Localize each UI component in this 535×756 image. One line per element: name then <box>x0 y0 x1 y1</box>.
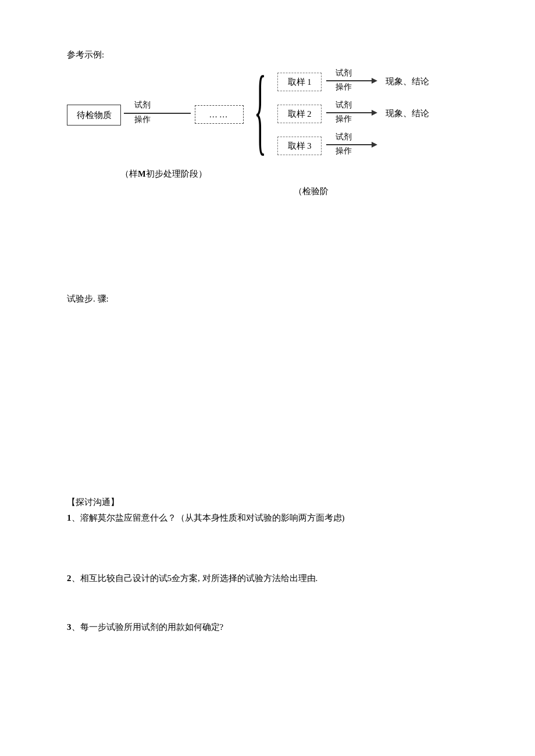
q1-number: 1 <box>67 513 72 522</box>
flowchart-diagram: 待检物质 试剂 操作 …… { 取样 1 试剂 操作 现象、结论 取样 2 试剂… <box>67 69 474 167</box>
q2-number: 2 <box>67 574 72 583</box>
arrow-line-1 <box>124 113 191 114</box>
pending-substance-box: 待检物质 <box>67 105 121 126</box>
brace-symbol: { <box>254 62 266 159</box>
sample-3-box: 取样 3 <box>277 137 322 155</box>
experiment-steps-label: 试验步. 骤: <box>67 293 109 304</box>
caption-left: （样M初步处理阶段） <box>120 169 207 180</box>
arrow-line-s3 <box>326 144 372 145</box>
question-1: 1、溶解莫尔盐应留意什么？（从其本身性质和对试验的影响两方面考虑) <box>67 511 468 524</box>
reagent-label-s3-bottom: 操作 <box>336 146 352 156</box>
q3-text: 、每一步试验所用试剂的用款如何确定? <box>72 622 224 632</box>
question-2: 2、相互比较自己设计的试5佥方案, 对所选择的试验方法给出理由. <box>67 572 468 585</box>
caption-left-text: （样M初步处理阶段） <box>120 169 207 178</box>
reagent-label-s1-top: 试剂 <box>336 69 352 78</box>
q2-text: 、相互比较自己设计的试5佥方案, 对所选择的试验方法给出理由. <box>72 574 318 583</box>
reagent-label-1-top: 试剂 <box>134 101 151 110</box>
sample-1-box: 取样 1 <box>277 73 322 91</box>
reagent-label-s2-bottom: 操作 <box>336 114 352 124</box>
q1-text: 、溶解莫尔盐应留意什么？（从其本身性质和对试验的影响两方面考虑) <box>72 513 345 522</box>
caption-right: （检验阶 <box>294 186 329 197</box>
result-text-2: 现象、结论 <box>386 108 429 119</box>
reagent-label-1-bottom: 操作 <box>134 115 151 124</box>
q3-number: 3 <box>67 622 72 632</box>
sample-2-box: 取样 2 <box>277 105 322 123</box>
discussion-section: 【探讨沟通】 1、溶解莫尔盐应留意什么？（从其本身性质和对试验的影响两方面考虑)… <box>67 497 468 636</box>
arrow-head-s1 <box>372 78 377 84</box>
reagent-label-s2-top: 试剂 <box>336 101 352 110</box>
arrow-line-s1 <box>326 80 372 81</box>
arrow-head-s2 <box>372 110 377 116</box>
reagent-label-s1-bottom: 操作 <box>336 83 352 92</box>
result-text-1: 现象、结论 <box>386 76 429 87</box>
reference-example-label: 参考示例: <box>67 49 468 60</box>
question-3: 3、每一步试验所用试剂的用款如何确定? <box>67 621 468 633</box>
reagent-label-s3-top: 试剂 <box>336 132 352 142</box>
discussion-title: 【探讨沟通】 <box>67 497 468 508</box>
arrow-line-s2 <box>326 112 372 113</box>
ellipsis-box: …… <box>195 105 244 124</box>
arrow-head-s3 <box>372 142 377 148</box>
